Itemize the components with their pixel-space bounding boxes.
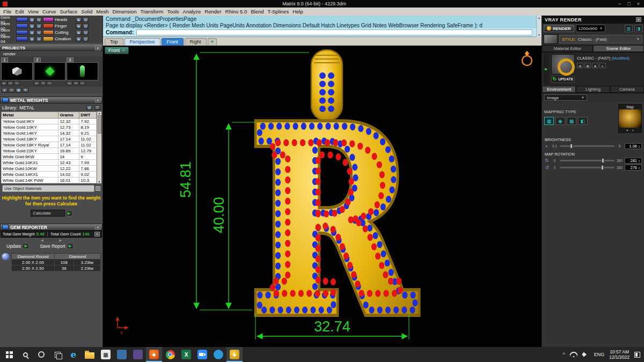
thumb-mini-button[interactable]: ▸ bbox=[67, 81, 72, 85]
menu-view[interactable]: View bbox=[28, 9, 39, 14]
palette-mini-button[interactable]: ▥ bbox=[83, 36, 89, 41]
palette-mini-button[interactable]: ▦ bbox=[29, 30, 35, 35]
palette-mini-button[interactable]: ▥ bbox=[83, 17, 89, 22]
display-mode-button[interactable]: ▥ bbox=[625, 25, 633, 32]
use-object-materials[interactable]: Use Object Materials bbox=[2, 185, 94, 192]
brightness-slider[interactable]: ◐ 0.1 5 1.06 ▲▼ bbox=[542, 143, 644, 150]
menu-tools[interactable]: Tools bbox=[167, 9, 179, 14]
category-swatch[interactable] bbox=[43, 36, 54, 41]
palette-mini-button[interactable]: ▤ bbox=[36, 24, 42, 28]
metal-row[interactable]: Yellow Gold:9KY12.327.92 bbox=[2, 119, 97, 124]
wifi-icon[interactable] bbox=[570, 352, 577, 357]
thumb-tab[interactable]: 2 bbox=[34, 57, 41, 62]
taskbar-app-purple[interactable] bbox=[130, 347, 146, 362]
column-header[interactable]: DWT bbox=[79, 112, 97, 119]
taskbar-app-spreadsheet[interactable]: X bbox=[178, 347, 194, 362]
toolbar-mini-button[interactable]: + bbox=[9, 88, 14, 93]
thumb-mini-button[interactable]: ▸ bbox=[1, 81, 7, 85]
style-thumbnail[interactable] bbox=[544, 34, 558, 44]
spin-left-icon[interactable]: ◀ bbox=[41, 238, 43, 242]
palette-mini-button[interactable]: ▦ bbox=[29, 24, 35, 28]
minimize-button[interactable]: – bbox=[618, 1, 621, 6]
project-thumb[interactable]: 1 ▸ × ▪ bbox=[1, 57, 33, 86]
thumb-mini-button[interactable]: × bbox=[8, 81, 13, 85]
viewport-title-dropdown[interactable]: Front ▼ bbox=[105, 47, 129, 54]
tray-expand-icon[interactable]: ^ bbox=[562, 352, 565, 357]
diamond-row[interactable]: 2.00 X 2.00 108 3.23tw bbox=[12, 260, 101, 265]
slider-handle[interactable] bbox=[601, 165, 604, 170]
palette-mini-button[interactable]: ▦ bbox=[29, 36, 35, 41]
cortana-button[interactable] bbox=[33, 347, 49, 362]
rotation-slider-2[interactable]: ↺ 0 360 276 ▲▼ bbox=[542, 164, 644, 171]
library-mini-button[interactable]: ▤ bbox=[86, 105, 92, 110]
tab-lighting[interactable]: Lighting bbox=[576, 86, 610, 93]
metal-row[interactable]: White Gold:10KW12.227.86 bbox=[2, 166, 97, 172]
scroll-down-icon[interactable]: ▼ bbox=[538, 33, 540, 36]
menu-help[interactable]: Help bbox=[292, 9, 303, 14]
menu-dimension[interactable]: Dimension bbox=[113, 9, 137, 14]
save-report-run-button[interactable]: ▶ bbox=[67, 243, 74, 249]
menu-render[interactable]: Render bbox=[204, 9, 221, 14]
rotation2-value[interactable]: 276 ▲▼ bbox=[625, 165, 642, 171]
scrollbar-thumb[interactable] bbox=[98, 115, 101, 134]
tab-camera[interactable]: Camera bbox=[610, 86, 644, 93]
display-mode-button[interactable]: ◨ bbox=[634, 25, 642, 32]
metal-row[interactable]: White Gold:9KW149 bbox=[2, 154, 97, 160]
menu-analyze[interactable]: Analyze bbox=[183, 9, 201, 14]
thumb-mini-button[interactable]: ▸ bbox=[34, 81, 40, 85]
taskbar-app-blue[interactable] bbox=[114, 347, 130, 362]
thumb-tab[interactable]: 3 bbox=[67, 57, 74, 62]
menu-blend[interactable]: Blend bbox=[251, 9, 264, 14]
palette-mini-button[interactable]: ▣ bbox=[76, 24, 82, 28]
palette-mini-button[interactable]: ▥ bbox=[83, 30, 89, 35]
close-icon[interactable]: × bbox=[95, 98, 100, 102]
materials-checkbox[interactable] bbox=[96, 186, 100, 191]
project-thumb[interactable]: 2 ▸ × ▪ bbox=[34, 57, 65, 86]
scroll-up-icon[interactable]: ▲ bbox=[98, 112, 101, 115]
expand-arrow-icon[interactable]: ▶ bbox=[544, 54, 549, 84]
ring-gauge-icon[interactable] bbox=[522, 51, 532, 65]
taskbar-app-chrome[interactable] bbox=[162, 347, 178, 362]
search-button[interactable] bbox=[17, 347, 33, 362]
slider-track[interactable] bbox=[560, 160, 614, 161]
palette-mini-button[interactable]: ▣ bbox=[76, 17, 82, 22]
metal-row[interactable]: Yellow Gold:10KY12.738.19 bbox=[2, 124, 97, 130]
taskbar-app-file-explorer[interactable] bbox=[82, 347, 98, 362]
mapping-spherical-button[interactable]: ◉ bbox=[555, 117, 565, 125]
toolbar-mini-button[interactable]: ▲ bbox=[2, 88, 8, 93]
brightness-value[interactable]: 1.06 ▲▼ bbox=[625, 143, 642, 149]
taskbar-app-zoom[interactable] bbox=[194, 347, 210, 362]
menu-curve[interactable]: Curve bbox=[42, 9, 56, 14]
save-report-button[interactable]: Save Report bbox=[40, 243, 65, 249]
map-thumbnail[interactable] bbox=[619, 109, 641, 128]
command-scrollbar[interactable]: ▲ ▼ bbox=[536, 16, 541, 37]
metal-row[interactable]: White Gold:14K PdW16.0110.3 bbox=[2, 178, 97, 183]
tab-material-editor[interactable]: Material Editor bbox=[542, 45, 593, 52]
taskbar-app-gold[interactable]: ◆ bbox=[226, 347, 243, 362]
volume-icon[interactable] bbox=[582, 352, 589, 357]
taskbar-app-calculator[interactable]: ▦ bbox=[98, 347, 114, 362]
mapping-screen-button[interactable]: ▦ bbox=[544, 117, 554, 125]
menu-edit[interactable]: Edit bbox=[15, 9, 24, 14]
category-swatch[interactable] bbox=[43, 30, 54, 35]
metal-row[interactable]: Yellow Gold:22KY19.8912.79 bbox=[2, 148, 97, 154]
thumb-mini-button[interactable]: × bbox=[40, 81, 46, 85]
image-source-select[interactable]: Image ▼ bbox=[544, 94, 587, 101]
mapping-cubic-button[interactable]: ▩ bbox=[567, 117, 576, 125]
scroll-up-icon[interactable]: ▲ bbox=[538, 16, 540, 19]
map-preview[interactable]: Map ▾ × bbox=[618, 104, 642, 133]
render-button[interactable]: RENDER bbox=[544, 25, 574, 32]
command-input[interactable] bbox=[136, 29, 532, 35]
vray-update-button[interactable]: ↻ UPDATE bbox=[551, 76, 575, 83]
gem-color-swatch[interactable] bbox=[16, 17, 28, 22]
viewport-tab-right[interactable]: Right bbox=[185, 38, 207, 46]
table-scrollbar[interactable]: ▲ ▼ bbox=[97, 112, 101, 183]
metal-row[interactable]: Yellow Gold:18KY17.1411.02 bbox=[2, 136, 97, 142]
project-thumb[interactable]: 3 ▸ × ▪ bbox=[67, 57, 98, 86]
thumb-mini-button[interactable]: ▪ bbox=[79, 81, 85, 85]
viewport-tab-front[interactable]: Front bbox=[162, 38, 184, 46]
menu-transform[interactable]: Transform bbox=[140, 9, 163, 14]
front-viewport[interactable]: Front ▼ bbox=[103, 46, 541, 347]
calculate-field[interactable]: Calculate bbox=[31, 210, 65, 217]
palette-mini-button[interactable]: ▦ bbox=[29, 17, 35, 22]
